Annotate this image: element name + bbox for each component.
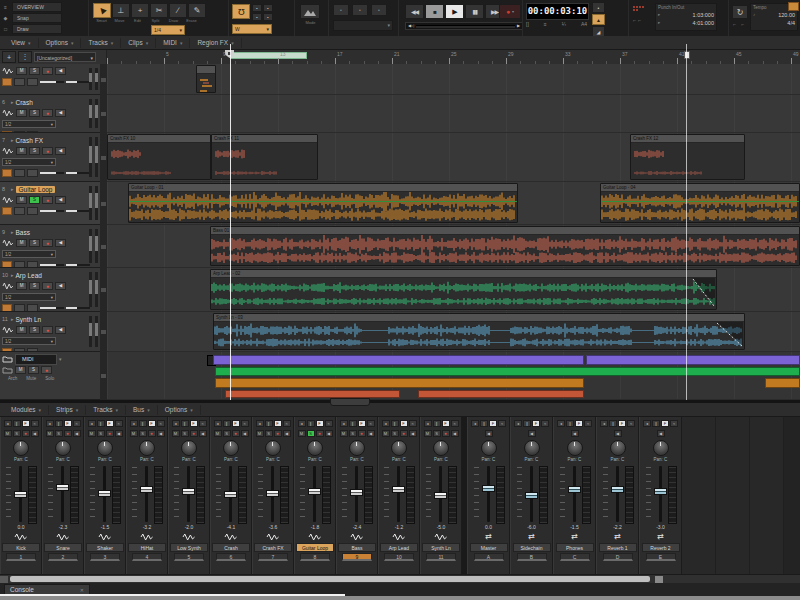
- fader-track[interactable]: [573, 466, 576, 522]
- strip-top-button[interactable]: ≈: [325, 420, 333, 427]
- strip-name[interactable]: Master: [470, 543, 508, 552]
- track-mute-button[interactable]: M: [16, 147, 27, 155]
- strip-record-button[interactable]: ●: [106, 430, 114, 437]
- track-volume-slider[interactable]: [40, 264, 64, 266]
- expand-icon[interactable]: ▸: [11, 272, 14, 278]
- strip-name[interactable]: Arp Lead: [380, 543, 418, 552]
- fader-cap[interactable]: [98, 490, 111, 497]
- strip-number[interactable]: 5: [174, 553, 204, 561]
- clip-arp-lead---02[interactable]: Arp Lead - 02: [210, 269, 717, 310]
- strip-mute-button[interactable]: M: [382, 430, 390, 437]
- strip-top-button[interactable]: F: [106, 420, 114, 427]
- strip-top-button[interactable]: ◂: [600, 420, 608, 427]
- track-record-button[interactable]: ●: [42, 196, 53, 204]
- strip-echo-button[interactable]: ◀: [199, 430, 207, 437]
- track-volume-slider[interactable]: [40, 81, 64, 83]
- strip-number[interactable]: 10: [384, 553, 414, 561]
- strip-top-button[interactable]: F: [190, 420, 198, 427]
- track-record-button[interactable]: ●: [42, 147, 53, 155]
- track-record-button[interactable]: ●: [42, 282, 53, 290]
- module-caption[interactable]: OVERVIEW: [12, 2, 62, 12]
- fader-track[interactable]: [145, 466, 148, 522]
- strip-top-button[interactable]: F: [316, 420, 324, 427]
- pan-knob[interactable]: [524, 440, 540, 456]
- strip-number[interactable]: 1: [6, 553, 36, 561]
- strip-top-button[interactable]: ≈: [541, 420, 549, 427]
- marker-line[interactable]: [686, 44, 687, 400]
- track-header-arp-lead[interactable]: 10▸Arp LeadMS●◀1/2▾: [0, 268, 100, 312]
- orange-clip-bar[interactable]: [215, 378, 584, 388]
- pan-knob[interactable]: [13, 440, 29, 456]
- menu-view[interactable]: View▾: [4, 38, 39, 48]
- strip-name[interactable]: Shaker: [86, 543, 124, 552]
- track-solo-button[interactable]: S: [29, 147, 40, 155]
- fader-cap[interactable]: [568, 486, 581, 493]
- strip-top-button[interactable]: ∥: [55, 420, 63, 427]
- track-input-dropdown[interactable]: 1/2▾: [2, 120, 56, 128]
- strip-echo-button[interactable]: ◀: [325, 430, 333, 437]
- strip-name[interactable]: Synth Ln: [422, 543, 460, 552]
- track-header-midi[interactable]: MIDI▾MS●ArchMuteSolo: [0, 352, 100, 400]
- strip-solo-button[interactable]: S: [55, 430, 63, 437]
- close-icon[interactable]: ✕: [80, 587, 84, 593]
- clips-pane[interactable]: Crash FX 10Crash FX 11Crash FX 12Guitar …: [107, 64, 800, 400]
- strip-top-button[interactable]: F: [64, 420, 72, 427]
- track-volume-slider[interactable]: [40, 307, 64, 309]
- menu-clips[interactable]: Clips▾: [121, 38, 156, 48]
- pause-button[interactable]: ▮▮: [465, 4, 484, 19]
- strip-top-button[interactable]: ◂: [643, 420, 651, 427]
- track-mute-button[interactable]: M: [16, 67, 27, 75]
- strip-output-button[interactable]: ◀: [657, 430, 665, 437]
- clip-synth-ln---03[interactable]: Synth Ln - 03: [213, 313, 745, 350]
- strip-top-button[interactable]: ≈: [199, 420, 207, 427]
- punch-out-time[interactable]: 4:01:000: [693, 20, 714, 26]
- expand-icon[interactable]: ▸: [11, 186, 14, 192]
- strip-top-button[interactable]: ◂: [172, 420, 180, 427]
- track-echo-button[interactable]: ◀: [55, 147, 66, 155]
- time-display[interactable]: 00:00:03:10: [526, 3, 589, 20]
- strip-record-button[interactable]: ●: [148, 430, 156, 437]
- record-button[interactable]: ●▾: [499, 4, 521, 19]
- fader-cap[interactable]: [308, 488, 321, 495]
- mixer-strip-snare[interactable]: ◂∥F≈MS●◀Pan: C-2.3Snare2: [42, 417, 84, 574]
- console-menu-modules[interactable]: Modules▾: [4, 405, 49, 415]
- time-format-button[interactable]: A4: [581, 21, 587, 27]
- pan-knob[interactable]: [55, 440, 71, 456]
- add-track-button[interactable]: +: [2, 51, 16, 63]
- strip-mute-button[interactable]: M: [130, 430, 138, 437]
- orange-clip-bar[interactable]: [765, 378, 800, 388]
- menu-options[interactable]: Options▾: [39, 38, 82, 48]
- track-record-button[interactable]: ●: [42, 239, 53, 247]
- track-color-chip[interactable]: [2, 207, 12, 215]
- track-header-guitar-loop[interactable]: 8▸Guitar LoopMS●◀: [0, 182, 100, 225]
- strip-top-button[interactable]: ◂: [557, 420, 565, 427]
- strip-top-button[interactable]: ∥: [13, 420, 21, 427]
- strip-solo-button[interactable]: S: [391, 430, 399, 437]
- track-echo-button[interactable]: ◀: [55, 196, 66, 204]
- strip-top-button[interactable]: ≈: [627, 420, 635, 427]
- track-pan-slider[interactable]: [66, 307, 90, 309]
- strip-top-button[interactable]: F: [274, 420, 282, 427]
- snap-option-button[interactable]: ▪: [263, 13, 273, 21]
- strip-top-button[interactable]: ◂: [88, 420, 96, 427]
- track-pan-slider[interactable]: [66, 264, 90, 266]
- pan-knob[interactable]: [307, 440, 323, 456]
- clip-crash-fx-12[interactable]: Crash FX 12: [630, 134, 745, 180]
- strip-top-button[interactable]: F: [148, 420, 156, 427]
- strip-solo-button[interactable]: S: [13, 430, 21, 437]
- console-menu-strips[interactable]: Strips▾: [49, 405, 86, 415]
- strip-top-button[interactable]: ≈: [31, 420, 39, 427]
- strip-mute-button[interactable]: M: [88, 430, 96, 437]
- module-caption[interactable]: Snap: [12, 13, 62, 23]
- fader-cap[interactable]: [56, 484, 69, 491]
- strip-top-button[interactable]: ∥: [349, 420, 357, 427]
- gutter-notch[interactable]: [101, 330, 106, 334]
- clip-crash-fx-11[interactable]: Crash FX 11: [211, 134, 318, 180]
- mixer-strip-low-synth[interactable]: ◂∥F≈MS●◀Pan: C-2.0Low Synth5: [168, 417, 210, 574]
- strip-name[interactable]: Reverb 2: [642, 543, 680, 552]
- track-filter-dropdown[interactable]: [Uncategorized] ▾: [34, 52, 96, 62]
- track-misc-button[interactable]: [14, 78, 25, 86]
- console-menu-options[interactable]: Options▾: [158, 405, 201, 415]
- track-echo-button[interactable]: ◀: [55, 109, 66, 117]
- strip-solo-button[interactable]: S: [265, 430, 273, 437]
